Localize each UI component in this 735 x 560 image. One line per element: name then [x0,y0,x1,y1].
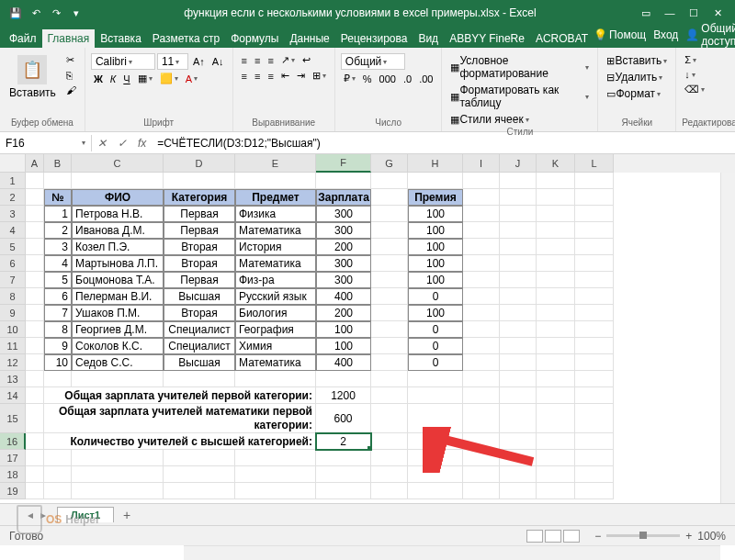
col-header-I[interactable]: I [463,154,500,173]
cell[interactable] [26,371,44,387]
clear-icon[interactable]: ⌫▾ [682,83,707,96]
cell[interactable]: Козел П.Э. [72,239,164,255]
cell[interactable] [500,433,537,450]
wrap-text-icon[interactable]: ↩ [300,53,313,67]
cell[interactable] [575,433,614,450]
cell[interactable] [575,450,614,466]
row-header[interactable]: 2 [0,189,26,206]
cell[interactable] [26,255,44,272]
col-header-D[interactable]: D [164,154,235,173]
cell[interactable] [500,255,537,272]
cell[interactable]: Высшая [164,288,235,305]
cell[interactable] [575,354,614,371]
cell[interactable] [500,173,537,189]
cell[interactable]: Ушаков П.М. [72,305,164,321]
cell[interactable] [164,450,235,466]
cell[interactable]: 100 [316,321,371,338]
row-header[interactable]: 10 [0,321,26,338]
cell[interactable] [500,387,537,404]
minimize-icon[interactable]: — [662,5,678,21]
tab-layout[interactable]: Разметка стр [147,29,225,48]
cell[interactable]: Специалист [164,321,235,338]
cell-styles-button[interactable]: ▦ Стили ячеек▾ [447,112,531,127]
formula-input[interactable]: =СЧЁТЕСЛИ(D3:D12;"Высшая") [152,135,735,151]
tell-me[interactable]: 💡Помощ [594,28,646,41]
cell[interactable] [26,189,44,206]
cell[interactable]: 300 [316,206,371,222]
cell[interactable] [371,433,408,450]
cell[interactable] [463,483,500,499]
decrease-font-icon[interactable]: A↓ [209,55,227,68]
cell[interactable] [26,354,44,371]
cell[interactable] [316,450,371,466]
zoom-level[interactable]: 100% [697,530,726,543]
cell[interactable]: 100 [408,272,463,288]
cell[interactable] [26,305,44,321]
cell[interactable] [235,173,316,189]
row-header[interactable]: 3 [0,206,26,222]
qat-dropdown-icon[interactable]: ▾ [68,5,85,21]
cell[interactable] [537,338,575,354]
cell[interactable] [463,433,500,450]
cell[interactable]: 3 [44,239,72,255]
cell[interactable] [26,173,44,189]
cell[interactable]: Мартынова Л.П. [72,255,164,272]
cell[interactable] [371,305,408,321]
cell[interactable] [463,305,500,321]
currency-icon[interactable]: ₽▾ [341,72,358,85]
cell[interactable]: 2 [44,222,72,239]
insert-cells-button[interactable]: ⊞ Вставить▾ [604,53,670,68]
cell[interactable] [371,173,408,189]
cell[interactable] [408,433,463,450]
inc-decimal-icon[interactable]: .0 [401,73,414,85]
font-color-button[interactable]: A▾ [183,73,200,85]
align-center-icon[interactable]: ≡ [252,70,263,83]
cell[interactable] [575,173,614,189]
cell[interactable]: Математика [235,255,316,272]
delete-cells-button[interactable]: ⊟ Удалить▾ [604,70,665,84]
align-right-icon[interactable]: ≡ [265,70,276,83]
cell[interactable]: 9 [44,338,72,354]
font-size-combo[interactable]: 11▾ [157,53,188,70]
cell[interactable]: История [235,239,316,255]
cell[interactable] [316,371,371,387]
row-header[interactable]: 7 [0,272,26,288]
cell[interactable]: Химия [235,338,316,354]
cell[interactable]: 1200 [316,387,371,404]
cell[interactable] [316,173,371,189]
cell[interactable] [500,483,537,499]
tab-acrobat[interactable]: ACROBAT [530,29,594,48]
cell[interactable]: Русский язык [235,288,316,305]
cell[interactable] [500,354,537,371]
fx-icon[interactable]: fx [132,137,152,150]
cell[interactable] [537,404,575,433]
cell[interactable] [371,255,408,272]
cell[interactable] [463,371,500,387]
redo-icon[interactable]: ↷ [48,5,64,21]
cell[interactable]: Зарплата [316,189,371,206]
dec-decimal-icon[interactable]: .00 [416,73,435,85]
cell[interactable] [316,466,371,483]
cell[interactable] [537,189,575,206]
cell[interactable] [575,272,614,288]
cell[interactable] [26,206,44,222]
cell[interactable] [575,321,614,338]
cell[interactable] [235,371,316,387]
cell[interactable] [500,404,537,433]
col-header-K[interactable]: K [537,154,575,173]
cell[interactable]: Боцмонова Т.А. [72,272,164,288]
bold-button[interactable]: Ж [91,73,106,85]
row-header[interactable]: 5 [0,239,26,255]
cell[interactable] [44,450,72,466]
cell[interactable] [371,222,408,239]
cell[interactable] [463,239,500,255]
cell[interactable] [26,433,44,450]
cell[interactable]: 200 [316,305,371,321]
cell[interactable] [537,255,575,272]
cell[interactable] [371,483,408,499]
row-header[interactable]: 19 [0,483,26,499]
cell[interactable] [235,483,316,499]
ribbon-options-icon[interactable]: ▭ [638,5,654,21]
cell[interactable] [500,305,537,321]
row-header[interactable]: 12 [0,354,26,371]
